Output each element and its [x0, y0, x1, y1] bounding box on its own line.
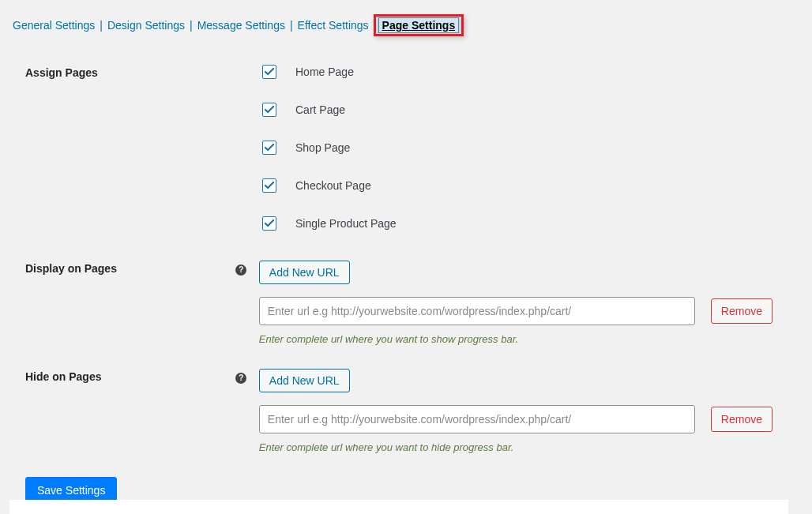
page-footer-edge: [9, 500, 788, 514]
display-on-pages-hint: Enter complete url where you want to sho…: [259, 333, 773, 345]
add-new-url-button[interactable]: Add New URL: [259, 369, 350, 392]
tab-message-settings[interactable]: Message Settings: [197, 17, 285, 34]
assign-pages-item: Checkout Page: [262, 178, 773, 193]
row-hide-on-pages: Hide on Pages ? Add New URL Remove Enter…: [9, 369, 788, 453]
help-icon[interactable]: ?: [235, 373, 246, 384]
checkbox-home-page[interactable]: [262, 65, 276, 79]
tab-separator: |: [100, 19, 103, 32]
tab-page-settings-highlight: Page Settings: [374, 14, 464, 36]
checkbox-label: Checkout Page: [295, 179, 371, 192]
checkbox-label: Cart Page: [295, 103, 345, 116]
row-display-on-pages: Display on Pages ? Add New URL Remove En…: [9, 261, 788, 345]
tab-general-settings[interactable]: General Settings: [13, 17, 95, 34]
checkbox-shop-page[interactable]: [262, 141, 276, 155]
hide-url-input[interactable]: [259, 405, 695, 433]
tab-separator: |: [190, 19, 193, 32]
assign-pages-item: Shop Page: [262, 141, 773, 155]
tab-design-settings[interactable]: Design Settings: [107, 17, 185, 34]
tab-page-settings[interactable]: Page Settings: [382, 19, 456, 32]
checkbox-checkout-page[interactable]: [262, 178, 276, 193]
hide-on-pages-hint: Enter complete url where you want to hid…: [259, 441, 773, 453]
display-on-pages-label: Display on Pages: [25, 261, 235, 275]
display-url-input[interactable]: [259, 297, 695, 325]
tab-effect-settings[interactable]: Effect Settings: [298, 17, 369, 34]
tab-separator: |: [290, 19, 293, 32]
assign-pages-item: Single Product Page: [262, 216, 773, 231]
checkbox-label: Single Product Page: [295, 217, 397, 230]
hide-on-pages-label: Hide on Pages: [25, 369, 235, 383]
remove-url-button[interactable]: Remove: [711, 298, 773, 324]
add-new-url-button[interactable]: Add New URL: [259, 261, 350, 284]
checkbox-label: Home Page: [295, 66, 354, 78]
remove-url-button[interactable]: Remove: [711, 407, 773, 432]
assign-pages-item: Cart Page: [262, 103, 773, 117]
assign-pages-label: Assign Pages: [25, 65, 239, 79]
assign-pages-item: Home Page: [262, 65, 773, 79]
row-assign-pages: Assign Pages Home Page Cart Page: [9, 65, 788, 237]
checkbox-single-product-page[interactable]: [262, 216, 276, 231]
help-icon[interactable]: ?: [235, 265, 246, 276]
checkbox-cart-page[interactable]: [262, 103, 276, 117]
settings-tabs: General Settings | Design Settings | Mes…: [9, 0, 788, 41]
checkbox-label: Shop Page: [295, 141, 350, 154]
